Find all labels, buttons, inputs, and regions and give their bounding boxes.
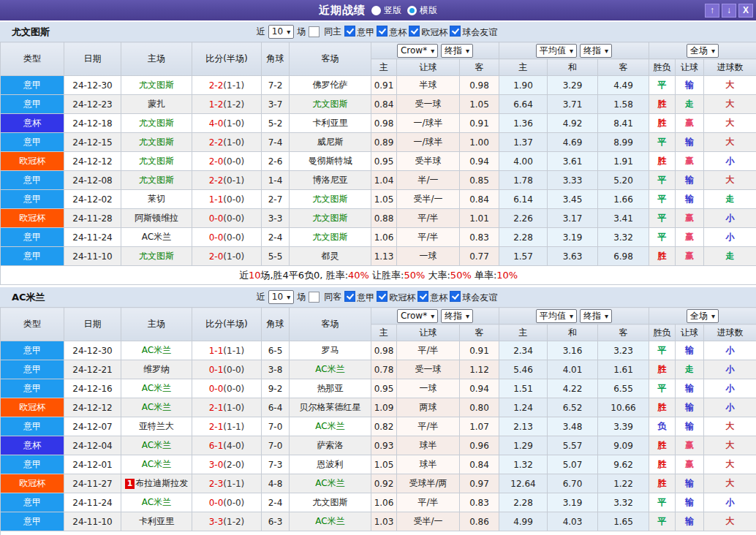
sub-header-goals: 进球数	[704, 325, 756, 341]
layout-radio-vertical[interactable]: 竖版	[371, 4, 401, 17]
match-date: 24-12-12	[64, 398, 121, 417]
league-checkbox[interactable]	[409, 26, 420, 37]
result-outcome: 平	[649, 190, 676, 209]
radio-button-icon[interactable]	[407, 6, 417, 15]
crow-away-odds: 0.77	[460, 247, 499, 266]
crow-away-odds: 0.84	[460, 455, 499, 474]
corner-count: 9-2	[262, 379, 290, 398]
match-date: 24-12-15	[64, 133, 121, 152]
col-header-home: 主场	[121, 308, 192, 341]
league-checkbox[interactable]	[377, 291, 388, 302]
match-score: 3-0(2-0)	[192, 455, 262, 474]
bookmaker-select[interactable]: Crow*▾	[397, 44, 438, 58]
corner-count: 2-6	[262, 152, 290, 171]
result-outcome: 平	[649, 171, 676, 190]
match-count-select[interactable]: 10 ▾	[268, 290, 294, 304]
average-value: 平均值	[540, 45, 566, 57]
match-date: 24-11-24	[64, 493, 121, 512]
avg-away-odds: 9.62	[598, 455, 649, 474]
match-date: 24-12-30	[64, 341, 121, 360]
match-score: 0-1(0-0)	[192, 360, 262, 379]
corner-count: 2-4	[262, 228, 290, 247]
result-outcome: 负	[649, 417, 676, 436]
league-checkbox-label: 欧冠杯	[389, 292, 415, 303]
match-count-select[interactable]: 10 ▾	[268, 25, 294, 39]
match-count-value: 10	[272, 26, 283, 38]
match-score: 2-1(1-1)	[192, 417, 262, 436]
bookmaker-select[interactable]: Crow*▾	[397, 309, 438, 323]
result-outcome: 平	[649, 341, 676, 360]
radio-button-icon[interactable]	[371, 6, 381, 15]
same-venue-checkbox[interactable]	[309, 292, 320, 303]
summary-segment: 10	[249, 270, 261, 281]
league-checkbox[interactable]	[377, 26, 388, 37]
sub-header-crow-home: 主	[371, 325, 397, 341]
result-handicap: 输	[676, 133, 704, 152]
move-up-button[interactable]: ↑	[705, 4, 719, 18]
scope-select[interactable]: 全场▾	[687, 44, 719, 58]
match-count-value: 10	[272, 291, 283, 303]
league-checkbox-label: 意甲	[357, 27, 374, 37]
league-checkbox[interactable]	[417, 291, 428, 302]
result-handicap: 输	[676, 474, 704, 493]
result-handicap: 赢	[676, 228, 704, 247]
title-bar: 近期战绩 竖版 横版 ↑ ↓ X	[0, 0, 756, 20]
avg-draw-odds: 3.29	[548, 76, 598, 95]
crow-home-odds: 0.95	[371, 379, 397, 398]
sub-header-avg-draw: 和	[548, 59, 598, 76]
result-outcome: 平	[649, 493, 676, 512]
league-checkbox[interactable]	[344, 291, 355, 302]
result-handicap: 输	[676, 512, 704, 531]
avg-draw-odds: 4.01	[548, 360, 598, 379]
stats-summary: 近10场,胜5平4负1, 胜率:50% 让胜率:20% 大率:50% 单率:60…	[1, 531, 756, 535]
sub-header-handicap-result: 让球	[676, 59, 704, 76]
match-row: 意甲24-11-10卡利亚里3-3(1-2)6-3AC米兰1.03受半/一0.8…	[1, 512, 756, 531]
summary-segment: 近	[239, 270, 249, 281]
col-header-score: 比分(半场)	[192, 308, 262, 341]
avg-final-select[interactable]: 终指▾	[580, 44, 612, 58]
match-row: 意甲24-11-24AC米兰0-0(0-0)2-4尤文图斯1.06平/半0.83…	[1, 228, 756, 247]
scope-select[interactable]: 全场▾	[687, 309, 719, 323]
match-type-badge: 意甲	[1, 228, 64, 247]
corner-count: 3-3	[262, 209, 290, 228]
league-checkbox[interactable]	[450, 291, 461, 302]
near-label: 近	[257, 291, 265, 303]
crow-final-select[interactable]: 终指▾	[441, 309, 473, 323]
crow-home-odds: 0.84	[371, 95, 397, 114]
average-value: 平均值	[540, 310, 566, 322]
layout-radio-horizontal[interactable]: 横版	[407, 4, 437, 17]
crow-final-select[interactable]: 终指▾	[441, 44, 473, 58]
result-handicap: 赢	[676, 436, 704, 455]
move-down-button[interactable]: ↓	[722, 4, 736, 18]
match-score: 3-3(1-2)	[192, 512, 262, 531]
match-row: 意甲24-12-08尤文图斯2-2(0-1)1-4博洛尼亚1.04半/一0.85…	[1, 171, 756, 190]
avg-home-odds: 1.78	[499, 171, 548, 190]
crow-final-value: 终指	[445, 310, 462, 322]
col-header-away: 客场	[290, 42, 371, 76]
away-team: 尤文图斯	[290, 228, 371, 247]
games-label: 场	[297, 291, 306, 303]
filter-bar: 尤文图斯 近 10 ▾ 场 同主 意甲意杯欧冠杯球会友谊	[0, 22, 756, 42]
average-select[interactable]: 平均值▾	[536, 309, 577, 323]
handicap-line: 受半/一	[397, 512, 460, 531]
crow-home-odds: 0.88	[371, 209, 397, 228]
league-checkbox[interactable]	[344, 26, 355, 37]
league-checkbox[interactable]	[450, 26, 461, 37]
chevron-down-icon: ▾	[711, 45, 715, 57]
same-venue-checkbox[interactable]	[309, 26, 320, 37]
league-filter-group: 意甲欧冠杯意杯球会友谊	[344, 291, 499, 304]
crow-home-odds: 0.95	[371, 152, 397, 171]
crow-home-odds: 0.92	[371, 474, 397, 493]
corner-count: 7-0	[262, 436, 290, 455]
result-handicap: 赢	[676, 455, 704, 474]
scope-value: 全场	[690, 310, 708, 322]
match-type-badge: 意甲	[1, 76, 64, 95]
result-goals: 大	[704, 417, 756, 436]
chevron-down-icon: ▾	[287, 26, 290, 38]
avg-final-select[interactable]: 终指▾	[580, 309, 612, 323]
average-select[interactable]: 平均值▾	[536, 44, 577, 58]
result-handicap: 赢	[676, 247, 704, 266]
col-header-date: 日期	[64, 308, 121, 341]
near-label: 近	[257, 26, 265, 38]
close-button[interactable]: X	[738, 4, 753, 18]
